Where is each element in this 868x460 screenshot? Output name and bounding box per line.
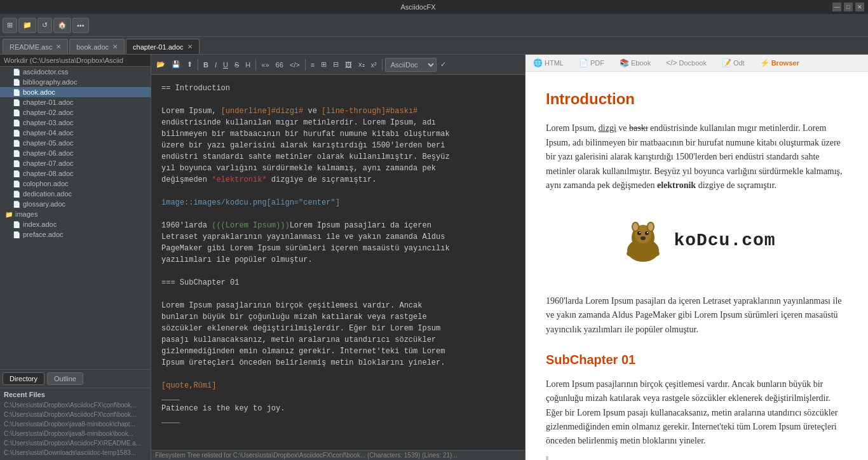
underline-button[interactable]: U [220, 57, 231, 72]
file-icon: 📄 [13, 191, 20, 198]
new-button[interactable]: ⊞ [3, 18, 17, 33]
bold-button[interactable]: B [201, 57, 211, 72]
strikethrough-button[interactable]: S [232, 57, 241, 72]
tree-item-chapter01[interactable]: 📄 chapter-01.adoc [0, 97, 151, 107]
tree-item-images[interactable]: 📁 images [0, 209, 151, 219]
preview-para2: 1960'larda Lorem Ipsum pasajları da içer… [546, 294, 848, 337]
tree-item-chapter03[interactable]: 📄 chapter-03.adoc [0, 118, 151, 128]
upload-btn[interactable]: ⬆ [184, 57, 195, 72]
preview-tab-odt[interactable]: 📝 Odt [719, 57, 747, 69]
sidebar-tab-outline[interactable]: Outline [47, 372, 83, 385]
tree-item-asciidoctor-css[interactable]: 📄 asciidoctor.css [0, 67, 151, 77]
language-dropdown[interactable]: AsciiDoc Markdown [385, 58, 437, 72]
preview-tab-odt-label: Odt [733, 59, 745, 67]
tree-item-dedication[interactable]: 📄 dedication.adoc [0, 189, 151, 199]
tree-item-label: chapter-06.adoc [23, 149, 74, 157]
more-button[interactable]: ••• [72, 18, 89, 33]
sidebar-tab-directory[interactable]: Directory [3, 372, 44, 385]
inline-code-button[interactable]: </> [287, 57, 302, 72]
tree-item-chapter07[interactable]: 📄 chapter-07.adoc [0, 158, 151, 168]
tree-item-chapter02[interactable]: 📄 chapter-02.adoc [0, 107, 151, 118]
recent-file-1[interactable]: C:\Users\usta\Dropbox\AsciidocFX\conf\bo… [4, 400, 147, 410]
save-file-btn[interactable]: 💾 [169, 57, 183, 72]
file-icon: 📄 [13, 130, 20, 137]
tree-item-label: chapter-04.adoc [23, 129, 74, 137]
folder-icon: 📁 [5, 211, 13, 218]
superscript-button[interactable]: x² [369, 57, 379, 72]
home-button[interactable]: 🏠 [53, 18, 71, 33]
editor-line-subchapter: === SubChapter 01 [161, 277, 515, 288]
docbook-icon: </> [666, 58, 677, 67]
image-button[interactable]: 🖼 [342, 57, 355, 72]
tab-book[interactable]: book.adoc ✕ [69, 39, 125, 54]
recent-file-4[interactable]: C:\Users\usta\Dropbox\java8-minibook\boo… [4, 429, 147, 438]
heading-button[interactable]: H [243, 57, 253, 72]
tab-readme-label: README.asc [10, 43, 52, 51]
open-button[interactable]: 📁 [18, 18, 36, 33]
tab-book-close[interactable]: ✕ [112, 43, 118, 50]
table-insert-button[interactable]: ⊞ [318, 57, 329, 72]
tree-item-index[interactable]: 📄 index.adoc [0, 219, 151, 229]
recent-file-6[interactable]: C:\Users\usta\Downloads\asciidoc-temp158… [4, 448, 147, 457]
preview-tab-docbook[interactable]: </> Docbook [663, 57, 709, 69]
tab-readme[interactable]: README.asc ✕ [3, 39, 68, 54]
tree-item-book[interactable]: 📄 book.adoc [0, 87, 151, 97]
ebook-icon: 📚 [620, 58, 629, 67]
tree-item-chapter05[interactable]: 📄 chapter-05.adoc [0, 138, 151, 148]
tree-item-label: chapter-01.adoc [23, 98, 74, 106]
svg-point-10 [633, 223, 638, 231]
table-remove-button[interactable]: ⊟ [330, 57, 341, 72]
file-icon: 📄 [13, 119, 20, 126]
app-title: AsciidocFX [4, 3, 832, 11]
editor-line-blank-5 [161, 288, 515, 300]
titlebar: AsciidocFX — □ ✕ [0, 0, 868, 14]
editor-line-blank-2 [161, 186, 515, 197]
tree-item-label: glossary.adoc [23, 200, 65, 208]
tab-readme-close[interactable]: ✕ [56, 43, 61, 50]
code-block-button[interactable]: 66 [273, 57, 286, 72]
maximize-button[interactable]: □ [844, 3, 853, 11]
toolbar-separator-3 [305, 59, 306, 71]
preview-tab-ebook[interactable]: 📚 Ebook [617, 57, 653, 69]
preview-strike-baski: baskı [629, 123, 648, 133]
validate-button[interactable]: ✓ [438, 57, 449, 72]
preview-tab-pdf[interactable]: 📄 PDF [576, 57, 607, 69]
recent-file-3[interactable]: C:\Users\usta\Dropbox\java8-minibook\cha… [4, 419, 147, 429]
subscript-button[interactable]: x₂ [356, 57, 367, 72]
refresh-button[interactable]: ↺ [37, 18, 52, 33]
tree-item-label: index.adoc [23, 220, 57, 228]
preview-tab-html[interactable]: 🌐 HTML [531, 57, 566, 69]
tab-chapter01-close[interactable]: ✕ [187, 43, 193, 50]
tree-item-bibliography[interactable]: 📄 bibliography.adoc [0, 77, 151, 87]
tree-item-label: dedication.adoc [23, 190, 72, 198]
close-button[interactable]: ✕ [855, 3, 864, 11]
list-button[interactable]: ≡ [308, 57, 317, 72]
tree-item-colophon[interactable]: 📄 colophon.adoc [0, 179, 151, 189]
tree-item-label: book.adoc [23, 88, 55, 96]
recent-file-5[interactable]: C:\Users\usta\Dropbox\AsciidocFX\README.… [4, 438, 147, 448]
tree-item-label: bibliography.adoc [23, 78, 77, 86]
svg-point-4 [645, 231, 649, 235]
tree-item-glossary[interactable]: 📄 glossary.adoc [0, 199, 151, 209]
preview-tab-browser[interactable]: ⚡ Browser [757, 57, 802, 69]
quote-button[interactable]: «» [259, 57, 271, 72]
tree-item-chapter04[interactable]: 📄 chapter-04.adoc [0, 128, 151, 138]
tree-item-chapter08[interactable]: 📄 chapter-08.adoc [0, 168, 151, 179]
editor-content[interactable]: == Introduction Lorem Ipsum, [underline]… [151, 75, 525, 450]
tab-chapter01[interactable]: chapter-01.adoc ✕ [126, 39, 200, 54]
preview-tab-browser-label: Browser [771, 59, 799, 67]
editor-line-25: Ipsum üreteçleri önceden belirlenmiş met… [161, 357, 515, 369]
svg-point-13 [649, 250, 660, 257]
minimize-button[interactable]: — [832, 3, 841, 11]
tree-item-label: chapter-03.adoc [23, 119, 74, 126]
preview-bold-elektronik: elektronik [657, 180, 696, 190]
recent-file-2[interactable]: C:\Users\usta\Dropbox\AsciidocFX\conf\bo… [4, 410, 147, 419]
open-file-btn[interactable]: 📂 [154, 57, 168, 72]
italic-button[interactable]: I [212, 57, 219, 72]
toolbar-separator-1 [198, 59, 198, 71]
preview-para1: Lorem Ipsum, dizgi ve baskı endüstrisind… [546, 121, 848, 193]
file-icon: 📄 [13, 109, 20, 116]
editor-line-21: bunların büyük bir çoğunluğu mizah katıl… [161, 311, 515, 323]
tree-item-chapter06[interactable]: 📄 chapter-06.adoc [0, 148, 151, 158]
tree-item-preface[interactable]: 📄 preface.adoc [0, 229, 151, 240]
